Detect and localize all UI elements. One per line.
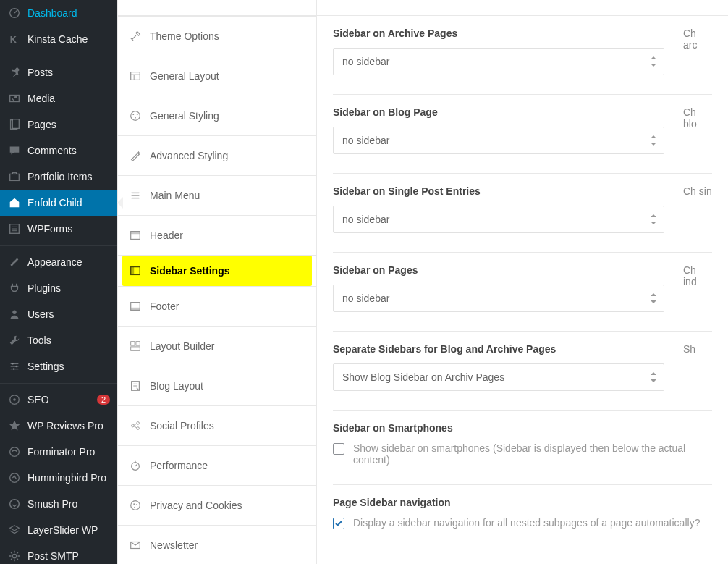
nav-label: Advanced Styling — [150, 150, 228, 161]
wp-menu-comments[interactable]: Comments — [0, 138, 117, 164]
wp-menu-appearance[interactable]: Appearance — [0, 249, 117, 275]
separate-sidebars-select[interactable]: Show Blog Sidebar on Archiv Pages — [333, 363, 664, 391]
menu-label: Post SMTP — [27, 550, 110, 562]
wp-menu-post-smtp[interactable]: Post SMTP — [0, 543, 117, 564]
theme-nav-main-menu[interactable]: Main Menu — [118, 176, 316, 216]
plug-icon — [7, 281, 22, 295]
menu-label: Settings — [27, 361, 110, 372]
archive-sidebar-select[interactable]: no sidebar — [333, 48, 664, 75]
wp-menu-pages[interactable]: Pages — [0, 111, 117, 138]
svg-rect-25 — [131, 72, 140, 80]
theme-nav-blog-layout[interactable]: Blog Layout — [118, 366, 316, 406]
nav-label: Privacy and Cookies — [150, 500, 242, 511]
nav-label: Social Profiles — [150, 420, 214, 432]
svg-rect-43 — [131, 347, 140, 350]
svg-line-51 — [134, 426, 137, 428]
pages-sidebar-select[interactable]: no sidebar — [333, 285, 664, 312]
sliders-icon — [7, 359, 22, 374]
theme-nav-social-profiles[interactable]: Social Profiles — [118, 406, 316, 446]
option-hint: Ch arc — [683, 28, 712, 51]
wand-icon — [128, 148, 143, 163]
blog-sidebar-select[interactable]: no sidebar — [333, 127, 664, 154]
wp-menu-layerslider-wp[interactable]: LayerSlider WP — [0, 517, 117, 543]
theme-nav-performance[interactable]: Performance — [118, 446, 316, 486]
theme-nav-theme-options[interactable]: Theme Options — [118, 17, 316, 56]
wp-menu-wpforms[interactable]: WPForms — [0, 216, 117, 242]
perf-icon — [128, 458, 143, 473]
theme-nav-general-styling[interactable]: General Styling — [118, 96, 316, 136]
svg-point-57 — [134, 507, 135, 508]
svg-rect-38 — [131, 267, 135, 275]
svg-point-21 — [10, 473, 20, 483]
theme-nav-footer[interactable]: Footer — [118, 286, 316, 327]
svg-point-28 — [131, 111, 140, 121]
pages-icon — [7, 117, 22, 132]
hummingbird-icon — [7, 471, 22, 485]
wp-menu-hummingbird-pro[interactable]: Hummingbird Pro — [0, 465, 117, 491]
menu-label: Enfold Child — [27, 197, 110, 209]
theme-nav-advanced-styling[interactable]: Advanced Styling — [118, 136, 316, 176]
wp-menu-portfolio-items[interactable]: Portfolio Items — [0, 164, 117, 190]
wp-menu-seo[interactable]: SEO2 — [0, 387, 117, 413]
wp-menu-wp-reviews-pro[interactable]: WP Reviews Pro — [0, 413, 117, 439]
svg-point-52 — [132, 463, 140, 471]
blog-icon — [128, 379, 143, 393]
svg-point-20 — [10, 447, 20, 457]
nav-label: Main Menu — [150, 190, 200, 201]
option-separate-sidebars: Separate Sidebars for Blog and Archive P… — [333, 332, 712, 411]
option-sidebar-smartphones: Sidebar on Smartphones Show sidebar on s… — [333, 411, 712, 485]
checkbox-label: Show sidebar on smartphones (Sidebar is … — [353, 442, 712, 466]
brush-icon — [7, 255, 22, 269]
wp-menu-enfold-child[interactable]: Enfold Child — [0, 190, 117, 216]
svg-point-31 — [135, 117, 136, 119]
svg-rect-42 — [136, 342, 140, 345]
svg-point-30 — [137, 114, 138, 115]
badge: 2 — [97, 395, 110, 405]
theme-nav-header[interactable]: Header — [118, 216, 316, 256]
menu-label: Smush Pro — [27, 498, 110, 510]
nav-label: Performance — [150, 460, 208, 471]
settings-panel: Sidebar on Archive Pages no sidebar Ch a… — [317, 0, 728, 564]
svg-point-55 — [133, 503, 135, 505]
option-sidebar-archive: Sidebar on Archive Pages no sidebar Ch a… — [333, 16, 712, 95]
wp-menu-posts[interactable]: Posts — [0, 59, 117, 85]
theme-nav-newsletter[interactable]: Newsletter — [118, 526, 316, 564]
theme-nav-sidebar-settings[interactable]: Sidebar Settings — [122, 256, 312, 286]
menu-label: Comments — [27, 145, 110, 156]
wp-admin-sidebar: DashboardKKinsta CachePostsMediaPagesCom… — [0, 0, 117, 564]
social-icon — [128, 418, 143, 433]
nav-label: General Layout — [150, 70, 219, 82]
sidebar-icon — [128, 264, 143, 278]
wp-menu-settings[interactable]: Settings — [0, 353, 117, 379]
pagenav-checkbox[interactable] — [333, 518, 344, 529]
option-sidebar-pages: Sidebar on Pages no sidebar Ch ind — [333, 253, 712, 332]
option-sidebar-blog: Sidebar on Blog Page no sidebar Ch blo — [333, 95, 712, 174]
builder-icon — [128, 339, 143, 353]
menu-label: SEO — [27, 394, 94, 405]
wp-menu-plugins[interactable]: Plugins — [0, 275, 117, 301]
wp-menu-smush-pro[interactable]: Smush Pro — [0, 491, 117, 517]
kinsta-icon: K — [7, 32, 22, 46]
smartphones-checkbox[interactable] — [333, 443, 344, 455]
single-sidebar-select[interactable]: no sidebar — [333, 206, 664, 233]
svg-rect-40 — [131, 308, 140, 311]
cookie-icon — [128, 498, 143, 513]
wp-menu-dashboard[interactable]: Dashboard — [0, 0, 117, 26]
menu-label: WPForms — [27, 223, 110, 235]
layout-icon — [128, 69, 143, 83]
theme-nav-layout-builder[interactable]: Layout Builder — [118, 327, 316, 366]
wp-menu-media[interactable]: Media — [0, 85, 117, 111]
wp-menu-kinsta-cache[interactable]: KKinsta Cache — [0, 26, 117, 52]
svg-rect-36 — [131, 232, 140, 235]
theme-nav-general-layout[interactable]: General Layout — [118, 56, 316, 96]
wp-menu-tools[interactable]: Tools — [0, 327, 117, 353]
svg-rect-2 — [10, 96, 20, 102]
theme-nav-privacy-and-cookies[interactable]: Privacy and Cookies — [118, 486, 316, 526]
wp-menu-forminator-pro[interactable]: Forminator Pro — [0, 439, 117, 465]
menu-label: Hummingbird Pro — [27, 472, 110, 484]
wp-menu-users[interactable]: Users — [0, 301, 117, 327]
nav-label: General Styling — [150, 110, 219, 122]
svg-point-29 — [132, 114, 134, 115]
forminator-icon — [7, 445, 22, 459]
seo-icon — [7, 392, 22, 407]
